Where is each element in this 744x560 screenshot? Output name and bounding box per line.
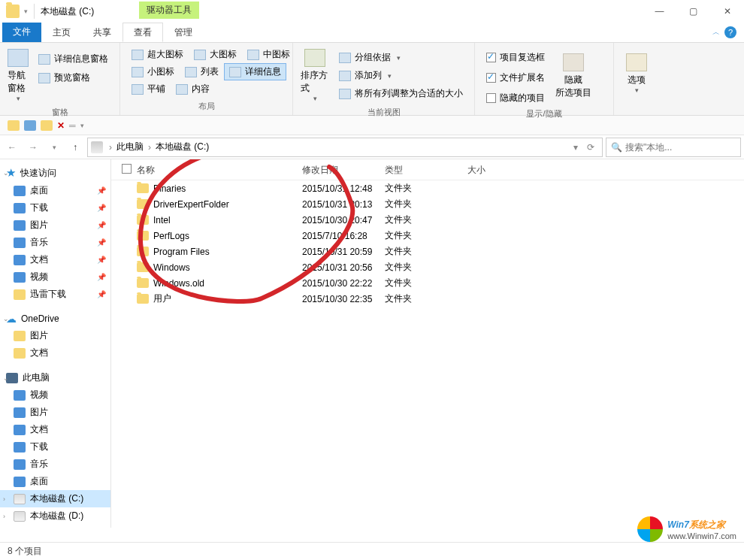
col-size[interactable]: 大小 bbox=[467, 164, 528, 177]
sidebar-drive-e[interactable]: ›本地磁盘 (E:) bbox=[0, 525, 110, 528]
xl-icons-button[interactable]: 超大图标 bbox=[126, 46, 189, 63]
col-name[interactable]: 名称 bbox=[137, 164, 302, 177]
sidebar-pc-music[interactable]: 音乐 bbox=[0, 456, 110, 473]
s-icons-button[interactable]: 小图标 bbox=[126, 63, 180, 80]
drive-tools-tab[interactable]: 驱动器工具 bbox=[139, 2, 199, 19]
table-row[interactable]: Intel 2015/10/30 20:47 文件夹 bbox=[111, 212, 744, 228]
sidebar-pc-pictures[interactable]: 图片 bbox=[0, 404, 110, 421]
forward-button[interactable]: → bbox=[24, 138, 42, 156]
list-button[interactable]: 列表 bbox=[180, 63, 224, 80]
search-box[interactable]: 🔍 bbox=[606, 138, 741, 157]
search-input[interactable] bbox=[625, 142, 738, 153]
file-list[interactable]: 名称 修改日期 类型 大小 Binaries 2015/10/31 12:48 … bbox=[111, 159, 744, 528]
group-by-button[interactable]: 分组依据▾ bbox=[334, 49, 468, 66]
chevron-right-icon[interactable]: › bbox=[147, 142, 153, 153]
dropdown-icon[interactable]: ▾ bbox=[24, 8, 28, 15]
sidebar-pc-downloads[interactable]: 下载 bbox=[0, 438, 110, 456]
sidebar-drive-d[interactable]: ›本地磁盘 (D:) bbox=[0, 507, 110, 525]
back-button[interactable]: ← bbox=[3, 138, 21, 156]
sort-button[interactable]: 排序方式 ▾ bbox=[299, 46, 331, 105]
m-icons-button[interactable]: 中图标 bbox=[242, 46, 295, 63]
folder-icon bbox=[14, 272, 26, 283]
sidebar-od-documents[interactable]: 文档 bbox=[0, 344, 110, 362]
sidebar-pictures[interactable]: 图片📌 bbox=[0, 216, 110, 234]
help-icon[interactable]: ? bbox=[724, 26, 736, 38]
options-icon bbox=[626, 53, 647, 71]
sidebar-xunlei[interactable]: 迅雷下载📌 bbox=[0, 286, 110, 303]
tab-share[interactable]: 共享 bbox=[82, 23, 122, 42]
folder-icon bbox=[14, 425, 26, 435]
select-all-checkbox[interactable] bbox=[122, 164, 132, 174]
file-date: 2015/10/30 22:35 bbox=[302, 294, 385, 304]
fit-columns-button[interactable]: 将所有列调整为合适的大小 bbox=[334, 85, 468, 102]
tab-view[interactable]: 查看 bbox=[122, 23, 163, 42]
refresh-icon[interactable]: ⟳ bbox=[582, 142, 599, 153]
tab-manage[interactable]: 管理 bbox=[163, 23, 204, 42]
folder-icon bbox=[14, 348, 26, 359]
sidebar-onedrive[interactable]: ⌄☁OneDrive bbox=[0, 310, 110, 327]
options-button[interactable]: 选项 ▾ bbox=[620, 46, 653, 101]
details-button[interactable]: 详细信息 bbox=[224, 63, 286, 80]
col-modified[interactable]: 修改日期 bbox=[302, 164, 385, 177]
file-name: DriverExpertFolder bbox=[153, 199, 229, 210]
detail-pane-button[interactable]: 详细信息窗格 bbox=[33, 50, 113, 68]
nav-tree[interactable]: ⌄★快速访问 桌面📌 下载📌 图片📌 音乐📌 文档📌 视频📌 迅雷下载📌 ⌄☁O… bbox=[0, 159, 111, 528]
sidebar-quick-access[interactable]: ⌄★快速访问 bbox=[0, 164, 110, 182]
qat-overflow-icon[interactable]: ═ bbox=[69, 120, 76, 131]
crumb-drive[interactable]: 本地磁盘 (C:) bbox=[153, 141, 212, 153]
table-row[interactable]: DriverExpertFolder 2015/10/31 20:13 文件夹 bbox=[111, 196, 744, 212]
sidebar-drive-c[interactable]: ›本地磁盘 (C:) bbox=[0, 490, 110, 507]
table-row[interactable]: PerfLogs 2015/7/10 16:28 文件夹 bbox=[111, 228, 744, 244]
table-row[interactable]: Program Files 2015/10/31 20:59 文件夹 bbox=[111, 244, 744, 259]
hide-selected-button[interactable]: 隐藏 所选项目 bbox=[553, 46, 594, 107]
maximize-button[interactable]: ▢ bbox=[676, 0, 710, 23]
item-checkbox-toggle[interactable]: 项目复选框 bbox=[481, 49, 550, 66]
preview-pane-button[interactable]: 预览窗格 bbox=[33, 69, 113, 86]
table-row[interactable]: Windows.old 2015/10/30 22:22 文件夹 bbox=[111, 275, 744, 291]
table-row[interactable]: 用户 2015/10/30 22:35 文件夹 bbox=[111, 291, 744, 307]
collapse-ribbon-icon[interactable]: ︿ bbox=[712, 27, 720, 38]
sidebar-thispc[interactable]: ⌄此电脑 bbox=[0, 369, 110, 386]
table-row[interactable]: Binaries 2015/10/31 12:48 文件夹 bbox=[111, 180, 744, 196]
pin-icon: 📌 bbox=[97, 186, 106, 195]
up-button[interactable]: ↑ bbox=[66, 138, 84, 156]
address-dropdown-icon[interactable]: ▾ bbox=[569, 142, 582, 153]
folder-icon bbox=[137, 294, 149, 304]
qat-folder-icon[interactable] bbox=[41, 120, 53, 131]
sidebar-pc-videos[interactable]: 视频 bbox=[0, 386, 110, 404]
sidebar-videos[interactable]: 视频📌 bbox=[0, 268, 110, 286]
detail-pane-icon bbox=[38, 54, 50, 65]
hidden-items-toggle[interactable]: 隐藏的项目 bbox=[481, 89, 550, 107]
properties-icon[interactable] bbox=[24, 120, 36, 131]
file-date: 2015/10/30 22:22 bbox=[302, 278, 385, 289]
close-button[interactable]: ✕ bbox=[710, 0, 744, 23]
address-bar[interactable]: › 此电脑 › 本地磁盘 (C:) ▾ ⟳ bbox=[87, 138, 603, 157]
sidebar-downloads[interactable]: 下载📌 bbox=[0, 199, 110, 216]
chevron-right-icon[interactable]: › bbox=[107, 142, 113, 153]
l-icons-icon bbox=[194, 50, 206, 60]
new-folder-icon[interactable] bbox=[8, 120, 20, 131]
table-row[interactable]: Windows 2015/10/31 20:56 文件夹 bbox=[111, 259, 744, 275]
column-headers[interactable]: 名称 修改日期 类型 大小 bbox=[111, 159, 744, 180]
delete-icon[interactable]: ✕ bbox=[57, 120, 65, 131]
sidebar-pc-desktop[interactable]: 桌面 bbox=[0, 473, 110, 490]
col-type[interactable]: 类型 bbox=[385, 164, 467, 177]
tab-home[interactable]: 主页 bbox=[41, 23, 82, 42]
sidebar-od-pictures[interactable]: 图片 bbox=[0, 327, 110, 344]
file-ext-toggle[interactable]: 文件扩展名 bbox=[481, 69, 550, 86]
tab-file[interactable]: 文件 bbox=[2, 23, 41, 42]
sidebar-desktop[interactable]: 桌面📌 bbox=[0, 182, 110, 199]
crumb-thispc[interactable]: 此电脑 bbox=[113, 141, 147, 153]
sidebar-documents[interactable]: 文档📌 bbox=[0, 251, 110, 268]
tiles-button[interactable]: 平铺 bbox=[126, 80, 171, 98]
sidebar-music[interactable]: 音乐📌 bbox=[0, 234, 110, 251]
sidebar-pc-documents[interactable]: 文档 bbox=[0, 421, 110, 438]
s-icons-icon bbox=[132, 67, 144, 77]
nav-pane-button[interactable]: 导航窗格 ▾ bbox=[6, 46, 30, 105]
qat-dropdown-icon[interactable]: ▾ bbox=[80, 122, 84, 129]
recent-dropdown-icon[interactable]: ▾ bbox=[45, 138, 63, 156]
minimize-button[interactable]: — bbox=[643, 0, 676, 23]
add-column-button[interactable]: 添加列▾ bbox=[334, 67, 468, 84]
l-icons-button[interactable]: 大图标 bbox=[189, 46, 242, 63]
content-button[interactable]: 内容 bbox=[171, 80, 215, 98]
